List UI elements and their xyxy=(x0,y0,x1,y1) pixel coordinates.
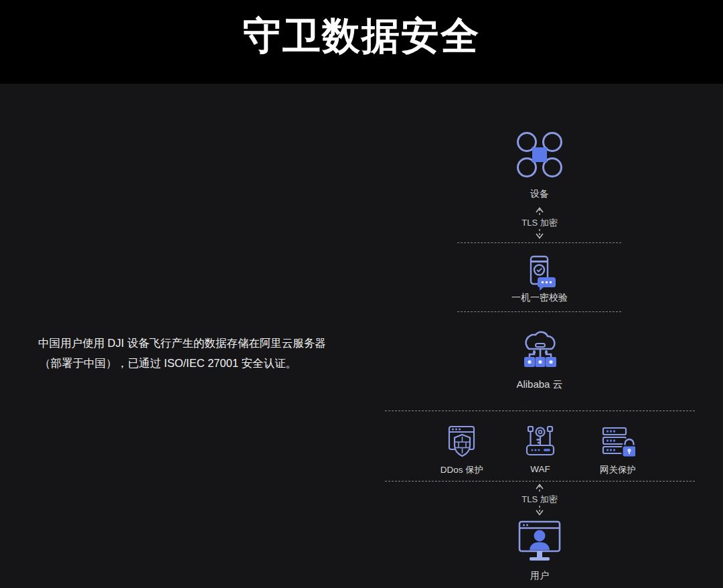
waf-key-appliance-icon xyxy=(523,424,558,459)
verification-node-label: 一机一密校验 xyxy=(439,292,640,304)
protection-waf: WAF xyxy=(500,424,580,474)
separator-line-2 xyxy=(457,311,621,312)
tls-link-bottom: TLS 加密 xyxy=(439,483,640,516)
tls-top-label: TLS 加密 xyxy=(521,218,557,228)
data-security-section: 守卫数据安全 中国用户使用 DJI 设备飞行产生的数据存储在阿里云服务器 （部署… xyxy=(0,0,723,588)
description-line-2: （部署于中国），已通过 ISO/IEC 27001 安全认证。 xyxy=(38,353,353,373)
arrow-down-dashed-icon xyxy=(534,506,545,516)
gateway-label: 网关保护 xyxy=(600,464,636,476)
arrow-up-dashed-icon xyxy=(534,206,545,217)
description-line-1: 中国用户使用 DJI 设备飞行产生的数据存储在阿里云服务器 xyxy=(38,333,353,353)
cloud-node-label: Alibaba 云 xyxy=(439,378,640,391)
description-text: 中国用户使用 DJI 设备飞行产生的数据存储在阿里云服务器 （部署于中国），已通… xyxy=(38,333,353,373)
user-node-label: 用户 xyxy=(439,570,640,582)
section-header: 守卫数据安全 xyxy=(0,0,723,84)
device-node-label: 设备 xyxy=(439,188,640,200)
protection-gateway: 网关保护 xyxy=(578,424,658,476)
server-lock-icon xyxy=(600,424,635,459)
monitor-user-icon xyxy=(515,520,564,563)
arrow-down-dashed-icon xyxy=(534,229,545,240)
cloud-servers-icon xyxy=(515,325,564,373)
page-title: 守卫数据安全 xyxy=(243,11,480,62)
firewall-shield-icon xyxy=(445,424,479,459)
controller-check-bubble-icon xyxy=(521,255,558,293)
protection-ddos: DDos 保护 xyxy=(422,424,502,476)
drone-icon xyxy=(515,131,564,179)
separator-line-wide-top xyxy=(385,411,695,411)
content-panel: 中国用户使用 DJI 设备飞行产生的数据存储在阿里云服务器 （部署于中国），已通… xyxy=(0,84,723,588)
tls-link-top: TLS 加密 xyxy=(439,206,640,240)
separator-line-wide-bottom xyxy=(385,481,695,482)
tls-bottom-label: TLS 加密 xyxy=(521,494,557,505)
arrow-up-dashed-icon xyxy=(534,483,545,494)
ddos-label: DDos 保护 xyxy=(440,464,484,476)
waf-label: WAF xyxy=(530,464,550,474)
separator-line-1 xyxy=(457,242,621,243)
